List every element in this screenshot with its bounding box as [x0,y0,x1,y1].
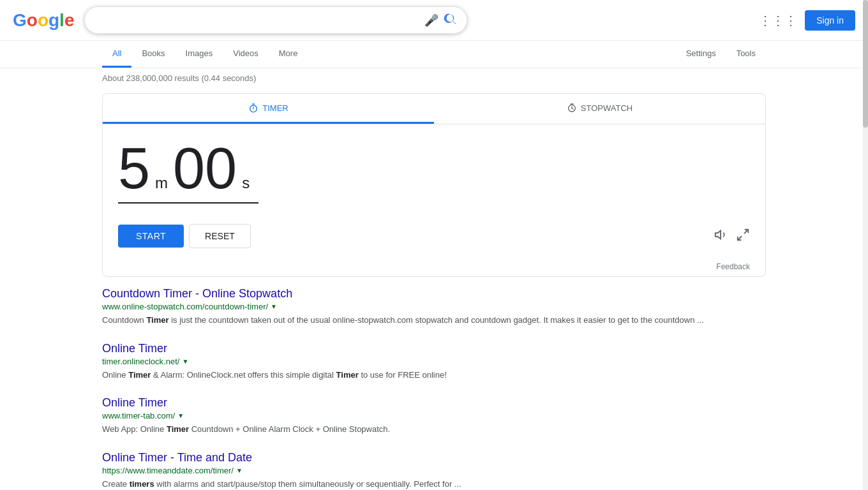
search-button[interactable] [444,12,456,28]
search-bar: timer 🎤 [84,6,467,34]
sound-icon[interactable] [714,228,728,245]
result-3-dropdown[interactable]: ▼ [177,412,184,419]
scrollbar-track [863,0,868,490]
result-3-url-row: www.timer-tab.com/ ▼ [102,411,766,420]
search-input[interactable]: timer [95,15,424,26]
result-2-dropdown[interactable]: ▼ [182,358,188,365]
timer-seconds[interactable]: 00 [173,140,237,197]
header: Google timer 🎤 ⋮⋮⋮ Sign in [0,0,868,41]
timer-minutes[interactable]: 5 [118,140,150,197]
nav-tab-images[interactable]: Images [176,41,223,68]
result-4-title[interactable]: Online Timer - Time and Date [102,451,766,464]
nav-tab-settings[interactable]: Settings [676,41,726,68]
tab-timer[interactable]: TIMER [103,94,434,124]
timer-m-label: m [155,174,168,192]
start-button[interactable]: START [118,225,184,248]
result-1-url-row: www.online-stopwatch.com/countdown-timer… [102,302,766,311]
reset-button[interactable]: RESET [189,224,251,248]
timer-s-label: s [242,174,250,192]
result-1-title[interactable]: Countdown Timer - Online Stopwatch [102,287,766,301]
nav-tab-all[interactable]: All [102,41,131,68]
result-3-snippet: Web App: Online Timer Countdown + Online… [102,423,766,436]
result-4-dropdown[interactable]: ▼ [236,467,243,474]
results-count: About 238,000,000 results (0.44 seconds) [0,68,868,88]
sign-in-button[interactable]: Sign in [805,10,855,31]
google-logo: Google [13,10,74,31]
result-3-title[interactable]: Online Timer [102,396,766,410]
result-4-url: https://www.timeanddate.com/timer/ [102,466,234,475]
tab-stopwatch[interactable]: STOPWATCH [434,94,765,124]
apps-icon[interactable]: ⋮⋮⋮ [759,13,797,28]
result-1-url: www.online-stopwatch.com/countdown-timer… [102,302,268,311]
result-2: Online Timer timer.onlineclock.net/ ▼ On… [102,342,766,382]
result-4: Online Timer - Time and Date https://www… [102,451,766,491]
nav-tab-videos[interactable]: Videos [223,41,269,68]
svg-line-5 [744,229,748,233]
result-3: Online Timer www.timer-tab.com/ ▼ Web Ap… [102,396,766,436]
result-1-dropdown[interactable]: ▼ [271,303,277,310]
fullscreen-icon[interactable] [736,228,750,245]
timer-time: 5m 00s [118,140,750,197]
widget-tabs: TIMER STOPWATCH [103,94,765,124]
nav-tab-tools[interactable]: Tools [726,41,766,68]
result-3-url: www.timer-tab.com/ [102,411,175,420]
result-4-url-row: https://www.timeanddate.com/timer/ ▼ [102,466,766,475]
timer-widget: TIMER STOPWATCH 5m 00s START RESET Feedb… [102,93,766,277]
svg-rect-0 [252,103,255,104]
timer-controls: START RESET [103,214,765,258]
microphone-icon[interactable]: 🎤 [424,13,438,27]
result-2-snippet: Online Timer & Alarm: OnlineClock.net of… [102,369,766,382]
header-right: ⋮⋮⋮ Sign in [759,10,855,31]
timer-right-controls [714,228,750,245]
nav-right: Settings Tools [676,41,766,68]
result-2-url: timer.onlineclock.net/ [102,357,179,366]
result-1-snippet: Countdown Timer is just the countdown ta… [102,314,766,327]
search-nav: All Books Images Videos More Settings To… [0,41,868,68]
nav-tab-books[interactable]: Books [131,41,175,68]
result-1: Countdown Timer - Online Stopwatch www.o… [102,287,766,327]
timer-display: 5m 00s [103,124,765,214]
result-4-snippet: Create timers with alarms and start/paus… [102,478,766,491]
svg-marker-4 [715,230,721,239]
nav-tab-more[interactable]: More [269,41,308,68]
svg-line-6 [738,235,742,239]
search-results: Countdown Timer - Online Stopwatch www.o… [0,282,868,490]
timer-underline [118,202,258,204]
result-2-title[interactable]: Online Timer [102,342,766,355]
scrollbar-thumb[interactable] [863,0,868,128]
result-2-url-row: timer.onlineclock.net/ ▼ [102,357,766,366]
feedback-row: Feedback [103,258,765,276]
feedback-link[interactable]: Feedback [716,262,750,271]
